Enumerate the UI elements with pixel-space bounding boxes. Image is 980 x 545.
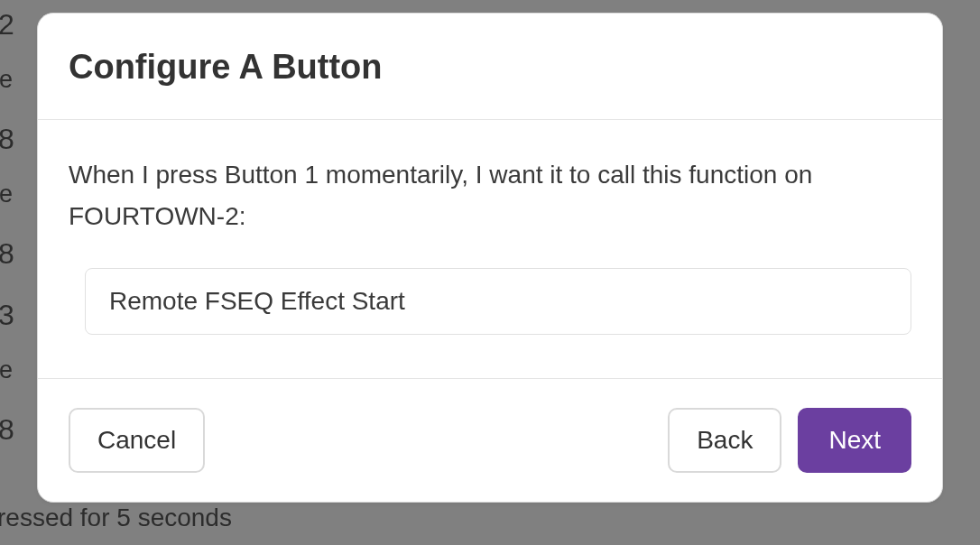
modal-body: When I press Button 1 momentarily, I wan… (38, 120, 942, 378)
footer-right-group: Back Next (668, 408, 911, 473)
configure-button-modal: Configure A Button When I press Button 1… (37, 13, 943, 503)
modal-overlay: Configure A Button When I press Button 1… (0, 0, 980, 545)
modal-title: Configure A Button (69, 48, 911, 87)
function-select[interactable]: Remote FSEQ Effect Start (85, 268, 911, 335)
next-button[interactable]: Next (798, 408, 911, 473)
modal-footer: Cancel Back Next (38, 378, 942, 502)
cancel-button[interactable]: Cancel (69, 408, 205, 473)
modal-header: Configure A Button (38, 14, 942, 120)
back-button[interactable]: Back (668, 408, 781, 473)
prompt-text: When I press Button 1 momentarily, I wan… (69, 154, 911, 237)
